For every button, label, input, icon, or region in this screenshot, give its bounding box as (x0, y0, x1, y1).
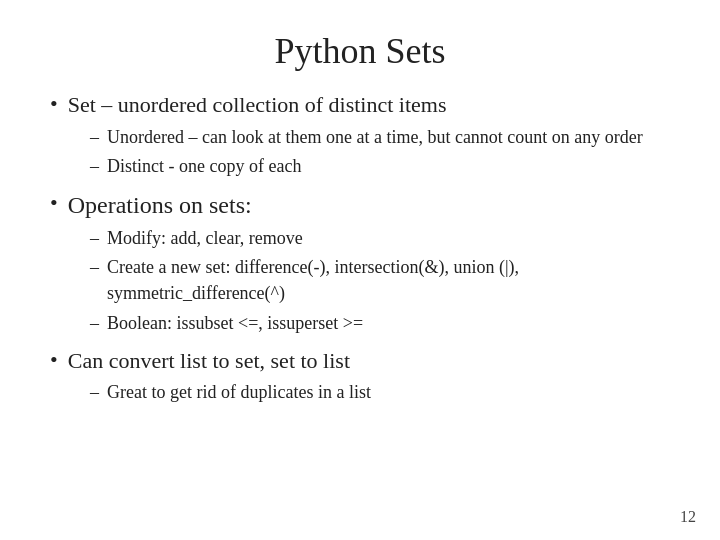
sub-dash-2-2: – (90, 254, 99, 280)
sub-item-2-1: – Modify: add, clear, remove (90, 225, 670, 251)
sub-text-1-2: Distinct - one copy of each (107, 153, 301, 179)
sub-item-3-1: – Great to get rid of duplicates in a li… (90, 379, 670, 405)
page-number: 12 (680, 508, 696, 526)
sub-dash-3-1: – (90, 379, 99, 405)
slide-title: Python Sets (50, 30, 670, 72)
sub-dash-1-2: – (90, 153, 99, 179)
sub-item-1-1: – Unordered – can look at them one at a … (90, 124, 670, 150)
bullet-symbol-2: • (50, 190, 58, 216)
sub-list-1: – Unordered – can look at them one at a … (50, 124, 670, 179)
bullet-item-1: • Set – unordered collection of distinct… (50, 90, 670, 120)
sub-dash-2-1: – (90, 225, 99, 251)
sub-text-2-1: Modify: add, clear, remove (107, 225, 303, 251)
sub-item-1-2: – Distinct - one copy of each (90, 153, 670, 179)
bullet-symbol-3: • (50, 347, 58, 373)
sub-list-3: – Great to get rid of duplicates in a li… (50, 379, 670, 405)
bullet-text-1: Set – unordered collection of distinct i… (68, 90, 447, 120)
sub-text-3-1: Great to get rid of duplicates in a list (107, 379, 371, 405)
bullet-text-3: Can convert list to set, set to list (68, 346, 350, 376)
sub-list-2: – Modify: add, clear, remove – Create a … (50, 225, 670, 335)
main-list: • Set – unordered collection of distinct… (50, 90, 670, 405)
sub-dash-2-3: – (90, 310, 99, 336)
list-item-3: • Can convert list to set, set to list –… (50, 346, 670, 406)
bullet-text-2: Operations on sets: (68, 189, 252, 221)
sub-item-2-2: – Create a new set: difference(-), inter… (90, 254, 670, 306)
sub-text-2-2: Create a new set: difference(-), interse… (107, 254, 670, 306)
bullet-item-3: • Can convert list to set, set to list (50, 346, 670, 376)
bullet-item-2: • Operations on sets: (50, 189, 670, 221)
list-item-1: • Set – unordered collection of distinct… (50, 90, 670, 179)
bullet-symbol-1: • (50, 91, 58, 117)
list-item-2: • Operations on sets: – Modify: add, cle… (50, 189, 670, 336)
sub-text-1-1: Unordered – can look at them one at a ti… (107, 124, 643, 150)
sub-text-2-3: Boolean: issubset <=, issuperset >= (107, 310, 363, 336)
sub-item-2-3: – Boolean: issubset <=, issuperset >= (90, 310, 670, 336)
slide: Python Sets • Set – unordered collection… (0, 0, 720, 540)
sub-dash-1-1: – (90, 124, 99, 150)
